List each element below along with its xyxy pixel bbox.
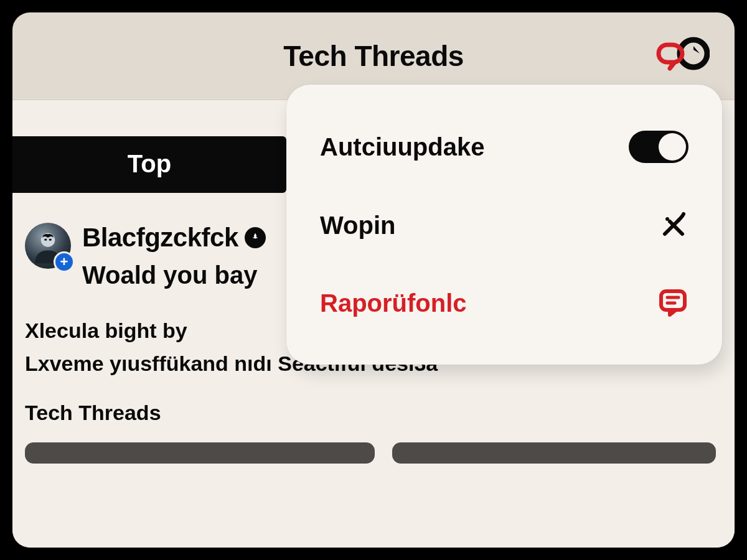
brand-logo[interactable]	[654, 35, 710, 72]
options-popover: Autciuupdake Wopin Raporüfonlc	[286, 85, 722, 365]
toggle-switch[interactable]	[629, 131, 688, 163]
svg-rect-7	[661, 291, 685, 310]
avatar[interactable]: +	[25, 223, 71, 269]
svg-point-6	[665, 217, 669, 221]
post-action-primary[interactable]	[25, 442, 375, 464]
verified-badge-icon	[245, 227, 266, 248]
page-title: Tech Threads	[283, 39, 464, 73]
popover-item-report[interactable]: Raporüfonlc	[320, 273, 688, 334]
post-action-bar	[25, 442, 716, 464]
thread-tag[interactable]: Tech Threads	[25, 401, 716, 425]
app-frame: Tech Threads Top	[12, 12, 735, 548]
popover-item-label: Wopin	[320, 212, 395, 240]
post-action-secondary[interactable]	[392, 442, 716, 464]
popover-item-autoupdate[interactable]: Autciuupdake	[320, 116, 688, 178]
report-icon	[657, 287, 688, 319]
tab-top[interactable]: Top	[12, 136, 286, 193]
tab-bar: Top	[12, 136, 286, 193]
popover-item-label: Raporüfonlc	[320, 289, 467, 317]
svg-rect-3	[49, 239, 52, 241]
popover-item-label: Autciuupdake	[320, 133, 484, 161]
tools-icon	[659, 210, 688, 240]
popover-item-wopin[interactable]: Wopin	[320, 195, 688, 255]
svg-rect-2	[44, 239, 47, 241]
add-user-icon[interactable]: +	[54, 251, 75, 273]
post-username[interactable]: Blacfgzckfck	[82, 223, 238, 253]
